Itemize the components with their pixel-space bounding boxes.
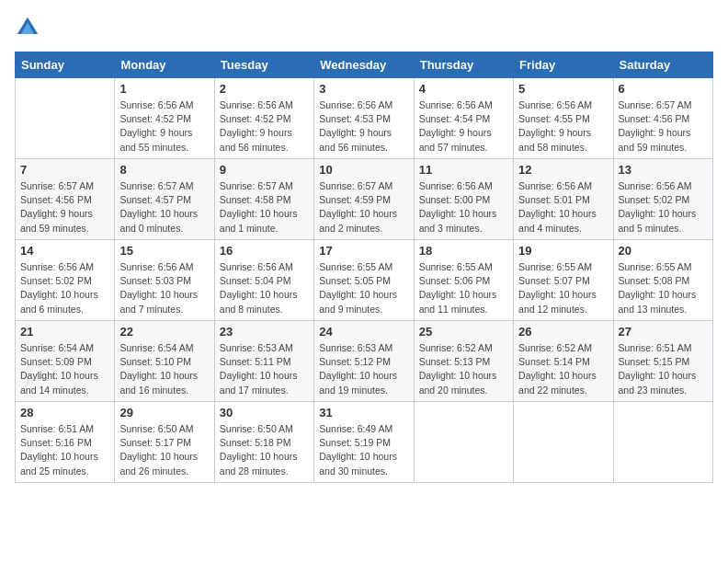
calendar-week-row: 28Sunrise: 6:51 AMSunset: 5:16 PMDayligh…	[16, 402, 713, 483]
day-number: 18	[419, 244, 508, 258]
calendar-cell: 29Sunrise: 6:50 AMSunset: 5:17 PMDayligh…	[115, 402, 214, 483]
calendar-cell: 21Sunrise: 6:54 AMSunset: 5:09 PMDayligh…	[16, 321, 115, 402]
calendar-cell: 28Sunrise: 6:51 AMSunset: 5:16 PMDayligh…	[16, 402, 115, 483]
day-info: Sunrise: 6:53 AMSunset: 5:11 PMDaylight:…	[220, 341, 309, 397]
calendar-cell: 8Sunrise: 6:57 AMSunset: 4:57 PMDaylight…	[115, 159, 214, 240]
day-info: Sunrise: 6:57 AMSunset: 4:56 PMDaylight:…	[619, 98, 708, 155]
day-info: Sunrise: 6:50 AMSunset: 5:17 PMDaylight:…	[119, 422, 209, 478]
weekday-header: Monday	[115, 52, 214, 78]
day-info: Sunrise: 6:51 AMSunset: 5:15 PMDaylight:…	[619, 341, 708, 397]
weekday-header: Friday	[514, 52, 613, 78]
calendar-cell: 6Sunrise: 6:57 AMSunset: 4:56 PMDaylight…	[613, 78, 712, 159]
day-info: Sunrise: 6:49 AMSunset: 5:19 PMDaylight:…	[319, 422, 408, 478]
day-number: 30	[220, 406, 309, 419]
day-info: Sunrise: 6:51 AMSunset: 5:16 PMDaylight:…	[20, 422, 109, 478]
day-info: Sunrise: 6:57 AMSunset: 4:58 PMDaylight:…	[220, 179, 309, 236]
calendar-cell: 7Sunrise: 6:57 AMSunset: 4:56 PMDaylight…	[16, 159, 115, 240]
calendar-cell: 3Sunrise: 6:56 AMSunset: 4:53 PMDaylight…	[314, 78, 414, 159]
day-number: 7	[20, 163, 109, 177]
day-number: 20	[619, 244, 708, 258]
calendar-cell: 5Sunrise: 6:56 AMSunset: 4:55 PMDaylight…	[514, 78, 613, 159]
day-info: Sunrise: 6:56 AMSunset: 4:55 PMDaylight:…	[518, 98, 608, 155]
day-number: 5	[518, 82, 608, 96]
logo-icon	[15, 15, 40, 40]
calendar-cell: 16Sunrise: 6:56 AMSunset: 5:04 PMDayligh…	[214, 240, 313, 321]
weekday-header: Tuesday	[214, 52, 313, 78]
calendar-cell: 12Sunrise: 6:56 AMSunset: 5:01 PMDayligh…	[514, 159, 613, 240]
day-info: Sunrise: 6:56 AMSunset: 5:02 PMDaylight:…	[20, 260, 109, 316]
day-info: Sunrise: 6:56 AMSunset: 5:02 PMDaylight:…	[619, 179, 708, 236]
day-info: Sunrise: 6:56 AMSunset: 4:52 PMDaylight:…	[220, 98, 309, 155]
calendar-cell	[514, 402, 613, 483]
calendar-cell: 30Sunrise: 6:50 AMSunset: 5:18 PMDayligh…	[214, 402, 313, 483]
calendar-week-row: 21Sunrise: 6:54 AMSunset: 5:09 PMDayligh…	[16, 321, 713, 402]
day-info: Sunrise: 6:52 AMSunset: 5:14 PMDaylight:…	[518, 341, 608, 397]
day-info: Sunrise: 6:55 AMSunset: 5:06 PMDaylight:…	[419, 260, 508, 316]
day-number: 28	[20, 406, 109, 419]
day-info: Sunrise: 6:52 AMSunset: 5:13 PMDaylight:…	[419, 341, 508, 397]
day-info: Sunrise: 6:57 AMSunset: 4:59 PMDaylight:…	[319, 179, 408, 236]
day-info: Sunrise: 6:55 AMSunset: 5:05 PMDaylight:…	[319, 260, 408, 316]
logo	[15, 15, 42, 40]
calendar-week-row: 7Sunrise: 6:57 AMSunset: 4:56 PMDaylight…	[16, 159, 713, 240]
day-number: 9	[220, 163, 309, 177]
calendar-cell: 19Sunrise: 6:55 AMSunset: 5:07 PMDayligh…	[514, 240, 613, 321]
day-number: 17	[319, 244, 408, 258]
calendar-cell: 17Sunrise: 6:55 AMSunset: 5:05 PMDayligh…	[314, 240, 414, 321]
day-info: Sunrise: 6:54 AMSunset: 5:09 PMDaylight:…	[20, 341, 109, 397]
calendar-cell	[613, 402, 712, 483]
day-info: Sunrise: 6:50 AMSunset: 5:18 PMDaylight:…	[220, 422, 309, 478]
weekday-header: Sunday	[16, 52, 115, 78]
day-info: Sunrise: 6:55 AMSunset: 5:08 PMDaylight:…	[619, 260, 708, 316]
calendar-cell: 18Sunrise: 6:55 AMSunset: 5:06 PMDayligh…	[414, 240, 513, 321]
day-info: Sunrise: 6:53 AMSunset: 5:12 PMDaylight:…	[319, 341, 408, 397]
day-info: Sunrise: 6:57 AMSunset: 4:56 PMDaylight:…	[20, 179, 109, 236]
day-number: 25	[419, 325, 508, 339]
day-info: Sunrise: 6:55 AMSunset: 5:07 PMDaylight:…	[518, 260, 608, 316]
weekday-header: Thursday	[414, 52, 513, 78]
calendar-cell: 20Sunrise: 6:55 AMSunset: 5:08 PMDayligh…	[613, 240, 712, 321]
day-number: 12	[518, 163, 608, 177]
day-info: Sunrise: 6:54 AMSunset: 5:10 PMDaylight:…	[119, 341, 209, 397]
day-number: 11	[419, 163, 508, 177]
calendar-cell: 24Sunrise: 6:53 AMSunset: 5:12 PMDayligh…	[314, 321, 414, 402]
calendar-header: SundayMondayTuesdayWednesdayThursdayFrid…	[16, 52, 713, 78]
calendar-week-row: 1Sunrise: 6:56 AMSunset: 4:52 PMDaylight…	[16, 78, 713, 159]
weekday-header: Wednesday	[314, 52, 414, 78]
day-number: 27	[619, 325, 708, 339]
calendar-cell: 11Sunrise: 6:56 AMSunset: 5:00 PMDayligh…	[414, 159, 513, 240]
day-number: 2	[220, 82, 309, 96]
day-number: 1	[119, 82, 209, 96]
day-number: 31	[319, 406, 408, 419]
calendar-cell: 31Sunrise: 6:49 AMSunset: 5:19 PMDayligh…	[314, 402, 414, 483]
day-info: Sunrise: 6:56 AMSunset: 4:53 PMDaylight:…	[319, 98, 408, 155]
calendar-cell: 22Sunrise: 6:54 AMSunset: 5:10 PMDayligh…	[115, 321, 214, 402]
calendar-cell	[16, 78, 115, 159]
calendar-cell: 13Sunrise: 6:56 AMSunset: 5:02 PMDayligh…	[613, 159, 712, 240]
day-number: 13	[619, 163, 708, 177]
calendar-cell: 14Sunrise: 6:56 AMSunset: 5:02 PMDayligh…	[16, 240, 115, 321]
calendar-cell: 4Sunrise: 6:56 AMSunset: 4:54 PMDaylight…	[414, 78, 513, 159]
day-number: 16	[220, 244, 309, 258]
day-info: Sunrise: 6:56 AMSunset: 5:03 PMDaylight:…	[119, 260, 209, 316]
day-info: Sunrise: 6:57 AMSunset: 4:57 PMDaylight:…	[119, 179, 209, 236]
day-number: 14	[20, 244, 109, 258]
calendar-cell	[414, 402, 513, 483]
day-info: Sunrise: 6:56 AMSunset: 5:00 PMDaylight:…	[419, 179, 508, 236]
day-number: 21	[20, 325, 109, 339]
day-number: 3	[319, 82, 408, 96]
calendar-table: SundayMondayTuesdayWednesdayThursdayFrid…	[15, 52, 713, 483]
day-number: 22	[119, 325, 209, 339]
day-number: 23	[220, 325, 309, 339]
day-number: 29	[119, 406, 209, 419]
day-number: 19	[518, 244, 608, 258]
calendar-cell: 15Sunrise: 6:56 AMSunset: 5:03 PMDayligh…	[115, 240, 214, 321]
calendar-cell: 23Sunrise: 6:53 AMSunset: 5:11 PMDayligh…	[214, 321, 313, 402]
calendar-week-row: 14Sunrise: 6:56 AMSunset: 5:02 PMDayligh…	[16, 240, 713, 321]
calendar-cell: 2Sunrise: 6:56 AMSunset: 4:52 PMDaylight…	[214, 78, 313, 159]
calendar-cell: 27Sunrise: 6:51 AMSunset: 5:15 PMDayligh…	[613, 321, 712, 402]
day-number: 24	[319, 325, 408, 339]
calendar-cell: 9Sunrise: 6:57 AMSunset: 4:58 PMDaylight…	[214, 159, 313, 240]
calendar-cell: 1Sunrise: 6:56 AMSunset: 4:52 PMDaylight…	[115, 78, 214, 159]
day-info: Sunrise: 6:56 AMSunset: 4:52 PMDaylight:…	[119, 98, 209, 155]
